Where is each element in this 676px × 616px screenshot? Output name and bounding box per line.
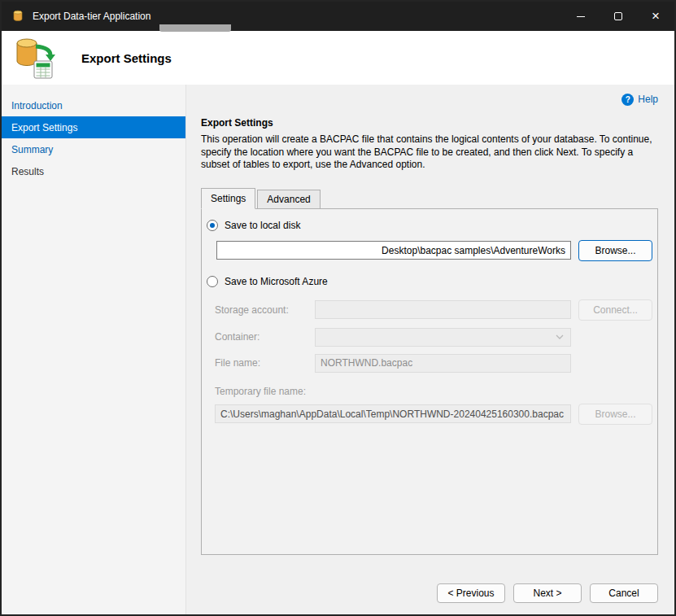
maximize-icon xyxy=(614,12,622,20)
export-data-tier-application-window: Export Data-tier Application × Export Se… xyxy=(0,0,676,616)
settings-tab-panel: Save to local disk Browse... Save to Mic… xyxy=(201,208,658,555)
titlebar: Export Data-tier Application × xyxy=(2,2,674,31)
tab-advanced[interactable]: Advanced xyxy=(257,190,320,209)
file-name-label: File name: xyxy=(215,357,315,369)
save-to-local-disk-label: Save to local disk xyxy=(225,220,300,231)
close-button[interactable]: × xyxy=(637,2,674,31)
storage-account-input xyxy=(315,300,571,319)
temporary-file-input xyxy=(215,404,571,423)
export-database-icon xyxy=(13,36,55,80)
local-path-input[interactable] xyxy=(216,241,571,260)
save-to-local-disk-radio[interactable]: Save to local disk xyxy=(207,217,652,234)
radio-checked-icon xyxy=(207,220,218,231)
sidebar-item-results[interactable]: Results xyxy=(2,160,185,182)
browse-temp-button: Browse... xyxy=(578,404,652,425)
next-button[interactable]: Next > xyxy=(513,583,582,603)
help-link[interactable]: Help xyxy=(638,94,658,105)
window-title: Export Data-tier Application xyxy=(33,11,150,22)
sidebar-item-export-settings[interactable]: Export Settings xyxy=(2,116,185,138)
wizard-steps-sidebar: Introduction Export Settings Summary Res… xyxy=(2,85,186,614)
tab-settings[interactable]: Settings xyxy=(201,188,255,209)
connect-button: Connect... xyxy=(578,299,652,321)
temporary-file-name-label: Temporary file name: xyxy=(215,386,652,398)
radio-unchecked-icon xyxy=(207,276,218,287)
wizard-header: Export Settings xyxy=(2,31,674,85)
minimize-icon xyxy=(577,16,585,17)
section-title: Export Settings xyxy=(201,117,658,129)
save-to-azure-radio[interactable]: Save to Microsoft Azure xyxy=(207,273,652,290)
cancel-button[interactable]: Cancel xyxy=(590,583,658,603)
browse-local-button[interactable]: Browse... xyxy=(578,240,652,261)
storage-account-row: Storage account: Connect... xyxy=(215,299,652,321)
window-controls: × xyxy=(562,2,674,31)
wizard-footer: < Previous Next > Cancel xyxy=(201,583,658,603)
section-description: This operation will create a BACPAC file… xyxy=(201,133,658,172)
container-label: Container: xyxy=(215,331,315,343)
save-to-azure-label: Save to Microsoft Azure xyxy=(225,276,328,287)
tab-strip: Settings Advanced xyxy=(201,188,658,209)
chevron-down-icon xyxy=(556,334,564,339)
help-row: ? Help xyxy=(201,93,658,106)
storage-account-label: Storage account: xyxy=(215,304,315,316)
sidebar-item-introduction[interactable]: Introduction xyxy=(2,94,185,116)
main-content: ? Help Export Settings This operation wi… xyxy=(186,85,674,614)
wizard-body: Introduction Export Settings Summary Res… xyxy=(2,85,674,614)
close-icon: × xyxy=(652,12,660,20)
maximize-button[interactable] xyxy=(600,2,637,31)
titlebar-artifact xyxy=(159,24,231,32)
container-dropdown xyxy=(315,328,571,347)
wizard-step-title: Export Settings xyxy=(81,51,172,65)
container-row: Container: xyxy=(215,328,652,347)
file-name-row: File name: xyxy=(215,354,652,373)
temporary-file-row: Browse... xyxy=(215,404,652,425)
local-path-row: Browse... xyxy=(216,240,652,261)
previous-button[interactable]: < Previous xyxy=(437,583,505,603)
help-icon[interactable]: ? xyxy=(621,94,634,106)
sidebar-item-summary[interactable]: Summary xyxy=(2,138,185,160)
file-name-input xyxy=(315,354,571,373)
minimize-button[interactable] xyxy=(562,2,600,31)
app-database-icon xyxy=(11,10,24,23)
